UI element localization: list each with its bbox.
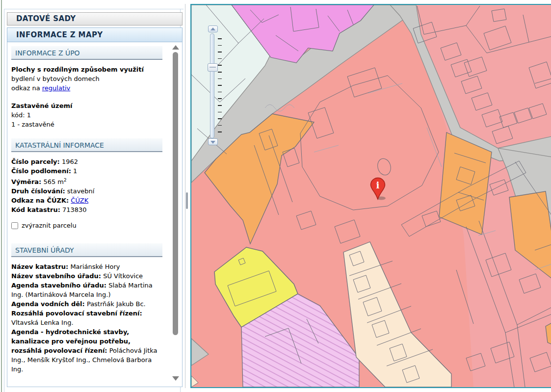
zoom-out-icon (210, 141, 215, 144)
field-row: Výměra: 565 m2 (11, 176, 162, 186)
section-header-katastr[interactable]: KATASTRÁLNÍ INFORMACE (11, 138, 162, 152)
section-header-upo[interactable]: INFORMACE Z ÚPO (11, 46, 162, 60)
upo-builtup-block: Zastavěné území kód: 1 1 - zastavěné (11, 101, 162, 129)
frame-border-left (4, 9, 4, 392)
zoom-ticks (218, 38, 222, 132)
scroll-down-icon[interactable] (172, 376, 179, 381)
builtup-code: kód: 1 (11, 111, 31, 119)
zoom-handle[interactable] (208, 63, 218, 72)
builtup-desc: 1 - zastavěné (11, 121, 54, 128)
field-row: Agenda vodních děl: Pastrňák Jakub Bc. (11, 299, 162, 309)
regulativ-link[interactable]: regulativ (42, 84, 71, 92)
field-row: Odkaz na ČÚZK: ČÚZK (11, 196, 162, 205)
map-info-panel: INFORMACE Z ÚPO Plochy s rozdílným způso… (7, 42, 183, 387)
field-row: Agenda stavebního úřadu: Slabá Martina I… (11, 281, 162, 299)
zoom-track[interactable] (210, 33, 214, 138)
upo-use-title: Plochy s rozdílným způsobem využití (11, 66, 144, 73)
accordion-informace-z-mapy[interactable]: INFORMACE Z MAPY (7, 27, 183, 42)
upo-link-prefix: odkaz na (11, 84, 42, 92)
field-row: Číslo parcely: 1962 (11, 157, 162, 166)
marker-glyph: i (376, 180, 380, 190)
builtup-title: Zastavěné území (11, 102, 72, 109)
highlight-parcel-checkbox[interactable] (11, 222, 18, 229)
zoom-in-button[interactable] (208, 26, 218, 32)
field-row: Kód katastru: 713830 (11, 205, 162, 214)
scroll-up-icon[interactable] (172, 45, 179, 50)
panel-splitter[interactable] (185, 4, 185, 388)
upo-use-block: Plochy s rozdílným způsobem využití bydl… (11, 65, 162, 93)
katastr-rows: Číslo parcely: 1962 Číslo podlomení: 1 V… (11, 157, 162, 214)
accordion-datove-sady[interactable]: DATOVÉ SADY (7, 12, 183, 26)
zoom-in-icon (210, 27, 215, 30)
zoom-slider[interactable] (208, 26, 224, 149)
map-canvas[interactable]: i (190, 4, 551, 388)
window-left-accent (1, 0, 2, 392)
highlight-parcel-row: zvýraznit parcelu (11, 221, 162, 230)
sidebar-scrollbar[interactable] (172, 44, 180, 385)
frame-border-top (4, 9, 184, 9)
urady-rows: Název katastru: Mariánské Hory Název sta… (11, 262, 162, 374)
sidebar: DATOVÉ SADY INFORMACE Z MAPY INFORMACE Z… (7, 12, 183, 387)
field-row: Rozsáhlá povolovací stavební řízení: Vlt… (11, 309, 162, 327)
field-row: Agenda - hydrotechnické stavby, kanaliza… (11, 327, 162, 374)
zoom-out-button[interactable] (208, 138, 218, 145)
highlight-parcel-label: zvýraznit parcelu (22, 221, 77, 230)
splitter-handle[interactable] (186, 192, 188, 209)
cuzk-link[interactable]: ČÚZK (71, 197, 88, 204)
cadastral-map: i (191, 5, 551, 387)
section-header-urady[interactable]: STAVEBNÍ ÚŘADY (11, 243, 162, 257)
field-row: Název katastru: Mariánské Hory (11, 262, 162, 271)
field-row: Číslo podlomení: 1 (11, 166, 162, 176)
scrollbar-thumb[interactable] (173, 52, 178, 335)
upo-use-value: bydlení v bytových domech (11, 75, 100, 82)
field-row: Druh číslování: stavební (11, 186, 162, 196)
field-row: Název stavebního úřadu: SÚ Vítkovice (11, 271, 162, 281)
